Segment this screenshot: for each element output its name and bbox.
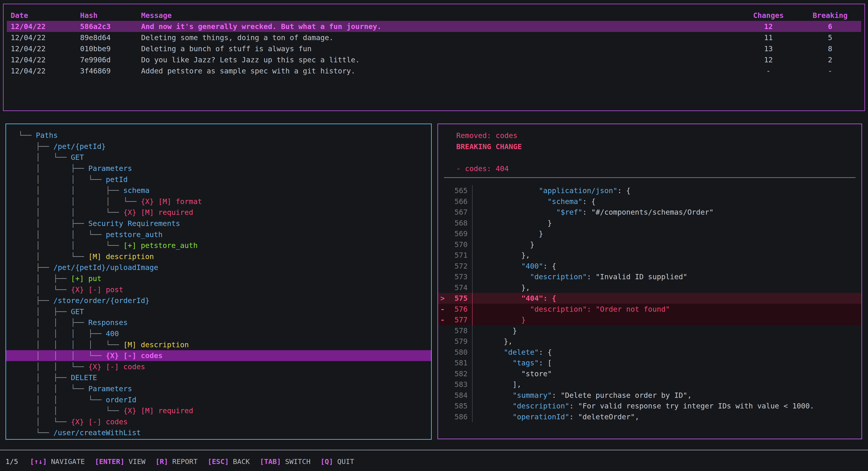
hint-label: NAVIGATE: [51, 458, 85, 466]
code-token: : "deleteOrder",: [569, 412, 639, 421]
line-number: 574: [447, 283, 468, 292]
tree-connector: │ └──: [19, 285, 71, 294]
tree-node[interactable]: │ │ ├── schema: [6, 185, 431, 196]
tree-node[interactable]: │ │ │ ├── 400: [6, 328, 431, 339]
code-token: : "Delete purchase order by ID",: [552, 391, 692, 400]
diff-marker: -: [438, 305, 447, 313]
code-line: 565 "application/json": {: [438, 185, 861, 196]
tree-node[interactable]: ├── /store/order/{orderId}: [6, 295, 431, 306]
tree-node[interactable]: │ │ └── Parameters: [6, 383, 431, 394]
tree-node[interactable]: │ └── {X} [-] post: [6, 284, 431, 295]
code-text: "summary": "Delete purchase order by ID"…: [472, 391, 692, 400]
code-text: "store": [472, 369, 552, 378]
commit-row[interactable]: 12/04/22 3f46869 Added petstore as sampl…: [7, 65, 861, 76]
tree-node[interactable]: ├── /pet/{petId}: [6, 141, 431, 152]
tree-node[interactable]: │ ├── [+] put: [6, 273, 431, 284]
breaking-change-label: BREAKING CHANGE: [456, 141, 861, 152]
commit-row[interactable]: 12/04/22 010bbe9 Deleting a bunch of stu…: [7, 43, 861, 54]
tree-node[interactable]: └── Paths: [6, 130, 431, 141]
tree-connector: └──: [19, 131, 36, 140]
hint-label: BACK: [233, 458, 250, 466]
hint-label: VIEW: [129, 458, 146, 466]
keyboard-hint: [TAB] SWITCH: [260, 458, 310, 466]
code-text: }: [472, 326, 517, 335]
code-token: "delete": [504, 348, 539, 357]
commit-changes-count: 12: [738, 56, 799, 64]
tree-node[interactable]: │ │ └── [+] petstore_auth: [6, 240, 431, 251]
tree-node[interactable]: │ │ └── {X} [-] codes: [6, 361, 431, 372]
line-number: 575: [447, 294, 468, 303]
tree-node-label: Security Requirements: [88, 219, 180, 228]
tree-node-label: {X} [-] codes: [106, 351, 162, 360]
tree-node[interactable]: │ │ ├── Responses: [6, 317, 431, 328]
commit-row[interactable]: 12/04/22 586a2c3 And now it's generally …: [7, 21, 861, 32]
line-number: 567: [447, 208, 468, 216]
tree-connector: │ │ └──: [19, 406, 123, 415]
tree-node[interactable]: │ │ └── orderId: [6, 394, 431, 405]
tree-node-label: [M] description: [88, 252, 154, 261]
tree-node-label: {X} [-] post: [71, 285, 123, 294]
code-token: "schema": [548, 197, 582, 206]
hint-label: SWITCH: [285, 458, 311, 466]
code-text: }: [472, 229, 543, 238]
hint-key: [↑↓]: [30, 458, 47, 466]
tree-node[interactable]: │ ├── Parameters: [6, 163, 431, 174]
tree-node-label: /store/order/{orderId}: [53, 296, 150, 305]
line-number: 569: [447, 229, 468, 238]
tree-node[interactable]: │ ├── GET: [6, 306, 431, 317]
code-line: 573 "description": "Invalid ID supplied": [438, 271, 861, 282]
line-number: 586: [447, 412, 468, 421]
tree-node[interactable]: ├── /pet/{petId}/uploadImage: [6, 262, 431, 273]
tree-connector: ├──: [19, 142, 53, 151]
code-text: },: [472, 283, 530, 292]
code-token: : "#/components/schemas/Order": [582, 208, 713, 216]
tree-node-label: GET: [71, 153, 84, 162]
commit-row[interactable]: 12/04/22 89e8d64 Deleting some things, d…: [7, 32, 861, 43]
code-token: : {: [582, 197, 595, 206]
tree-node[interactable]: │ └── GET: [6, 152, 431, 163]
tree-node[interactable]: │ └── [M] description: [6, 251, 431, 262]
commit-row[interactable]: 12/04/22 7e9906d Do you like Jazz? Lets …: [7, 54, 861, 65]
gutter-divider: [468, 336, 472, 347]
gutter-divider: [468, 250, 472, 261]
tree-node[interactable]: │ │ └── {X} [M] required: [6, 207, 431, 218]
tree-connector: │ ├──: [19, 164, 88, 173]
tree-connector: │ │ └──: [19, 230, 106, 239]
tree-node-label: {X} [M] format: [141, 197, 202, 206]
tree-node-label: Paths: [36, 131, 58, 140]
code-text: "description": "Invalid ID supplied": [472, 272, 687, 281]
code-token: }: [539, 229, 543, 238]
code-line: 572 "400": {: [438, 261, 861, 272]
keyboard-hint: [ESC] BACK: [208, 458, 250, 466]
tree-node[interactable]: │ └── {X} [-] codes: [6, 416, 431, 427]
tree-node[interactable]: │ │ │ └── {X} [M] format: [6, 196, 431, 207]
code-token: : "For valid response try integer IDs wi…: [569, 402, 814, 410]
code-line: 580 "delete": {: [438, 347, 861, 358]
tree-node[interactable]: │ │ │ │ └── [M] description: [6, 339, 431, 350]
tree-node-label: {X} [M] required: [123, 406, 193, 415]
code-token: : "Invalid ID supplied": [587, 272, 687, 281]
line-number: 571: [447, 251, 468, 260]
code-token: "summary": [513, 391, 552, 400]
commit-message: And now it's generally wrecked. But what…: [141, 22, 738, 31]
tree-node[interactable]: │ │ │ └── {X} [-] codes: [6, 350, 431, 361]
commit-hash: 89e8d64: [80, 33, 141, 42]
code-token: },: [521, 283, 530, 292]
tree-node-label: orderId: [106, 396, 136, 404]
tree-node[interactable]: │ │ └── petId: [6, 174, 431, 185]
tree-node[interactable]: │ │ └── petstore_auth: [6, 229, 431, 240]
tree-connector: │ ├──: [19, 373, 71, 382]
commit-changes-count: 12: [738, 22, 799, 31]
tree-node[interactable]: │ ├── Security Requirements: [6, 218, 431, 229]
commit-changes-count: 13: [738, 44, 799, 53]
tree-node[interactable]: │ ├── DELETE: [6, 372, 431, 383]
code-text: "application/json": {: [472, 186, 630, 195]
gutter-divider: [468, 368, 472, 379]
spec-code-viewport[interactable]: 565 "application/json": { 566 "schema": …: [438, 185, 861, 422]
code-line: 582 "store": [438, 368, 861, 379]
code-token: }: [530, 240, 534, 249]
code-text: }: [472, 240, 534, 249]
hint-key: [Q]: [320, 458, 333, 466]
tree-node[interactable]: │ │ └── {X} [M] required: [6, 405, 431, 416]
tree-node[interactable]: └── /user/createWithList: [6, 427, 431, 438]
